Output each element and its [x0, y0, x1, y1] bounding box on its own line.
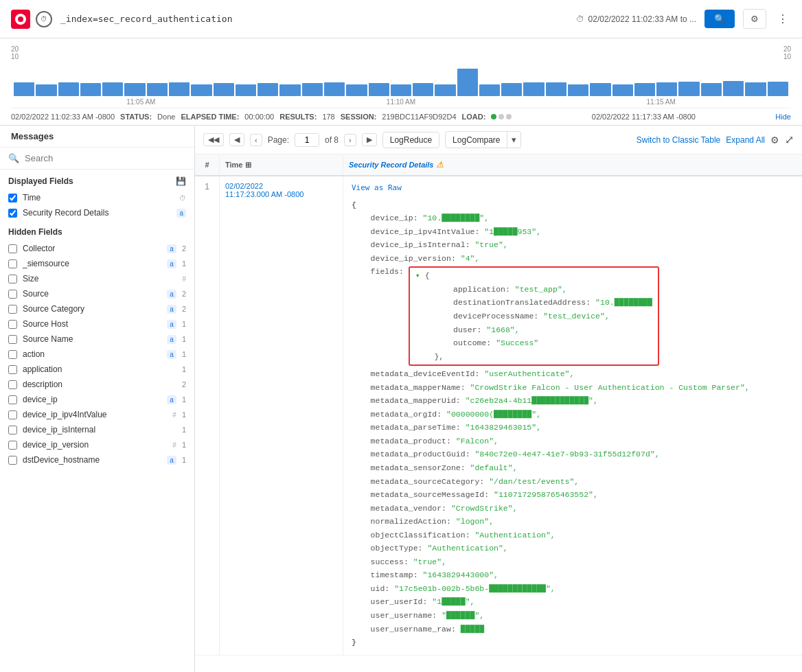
key-device-process-name: deviceProcessName:: [415, 312, 543, 321]
page-number-input[interactable]: [295, 133, 319, 147]
col-time-label: Time: [225, 161, 242, 169]
field-action-badge: a: [167, 350, 176, 359]
field-device-ip-checkbox[interactable]: [8, 395, 17, 404]
time-label-1: 11:05 AM: [126, 98, 155, 106]
sumo-secondary-icon: ⏱: [36, 11, 52, 27]
status-start-time: 02/02/2022 11:02:33 AM -0800: [11, 113, 115, 121]
field-source-host-label: Source Host: [23, 319, 161, 329]
val-dst-translated: "10.████████: [595, 298, 652, 307]
field-source: Source a 2: [0, 286, 194, 301]
val-normalized-action: "logon",: [456, 517, 494, 526]
field-collector-badge: a: [167, 244, 176, 253]
left-panel: Messages 🔍 Displayed Fields 💾 Time ⏱ Sec…: [0, 126, 195, 672]
val-username: "██████",: [442, 611, 484, 620]
field-collector-checkbox[interactable]: [8, 244, 17, 253]
val-metadata-sensor-zone: "default",: [470, 463, 518, 472]
field-siemsource-badge: a: [167, 259, 176, 268]
val-device-process-name: "test_device",: [543, 312, 610, 321]
row-details: View as Raw { device_ip: "10.████████", …: [343, 176, 802, 655]
field-size-label: Size: [23, 274, 176, 283]
view-raw-link[interactable]: View as Raw: [352, 182, 794, 194]
field-description-checkbox[interactable]: [8, 380, 17, 389]
field-device-ip-ipv4: device_ip_ipv4IntValue # 1: [0, 407, 194, 422]
table-settings-icon[interactable]: ⚙: [770, 135, 779, 146]
field-source-checkbox[interactable]: [8, 290, 17, 299]
page-prev-button[interactable]: ‹: [250, 134, 262, 146]
field-device-ip-count: 1: [182, 395, 186, 404]
field-device-ip-ipv4-checkbox[interactable]: [8, 410, 17, 419]
save-fields-icon[interactable]: 💾: [176, 176, 186, 186]
field-action-checkbox[interactable]: [8, 350, 17, 359]
field-source-name-checkbox[interactable]: [8, 335, 17, 344]
val-metadata-event-id: "userAuthenticate",: [484, 369, 574, 378]
field-device-ip: device_ip a 1: [0, 392, 194, 407]
field-source-category-checkbox[interactable]: [8, 305, 17, 314]
val-metadata-mapper-uid: "c26eb2a4-4b11████████████",: [466, 396, 598, 405]
col-num-header: #: [195, 155, 220, 174]
field-source-host-checkbox[interactable]: [8, 320, 17, 329]
field-collector-label: Collector: [23, 244, 161, 253]
top-bar: ⏱ _index=sec_record_authentication ⏱ 02/…: [0, 0, 802, 38]
log-compare-button[interactable]: LogCompare: [445, 131, 507, 148]
switch-classic-link[interactable]: Switch to Classic Table: [637, 135, 721, 145]
query-display[interactable]: _index=sec_record_authentication: [60, 14, 568, 24]
key-object-classification: objectClassification:: [352, 531, 474, 540]
table-row: 1 02/02/2022 11:17:23.000 AM -0800 View …: [195, 176, 802, 656]
val-username-raw: █████: [461, 625, 485, 634]
field-time-checkbox[interactable]: [8, 194, 17, 202]
status-label: STATUS:: [120, 113, 152, 121]
field-time: Time ⏱: [0, 190, 194, 205]
field-siemsource-checkbox[interactable]: [8, 259, 17, 268]
log-reduce-button[interactable]: LogReduce: [382, 132, 439, 148]
messages-tab[interactable]: Messages: [0, 126, 194, 148]
expand-all-link[interactable]: Expand All: [726, 135, 765, 145]
search-button[interactable]: 🔍: [704, 10, 735, 28]
key-duser: duser:: [415, 325, 487, 334]
field-device-ip-internal-checkbox[interactable]: [8, 426, 17, 435]
app-logo: ⏱: [11, 10, 52, 29]
key-metadata-vendor: metadata_vendor:: [352, 504, 451, 513]
expand-icon[interactable]: ⤢: [785, 133, 794, 146]
field-action: action a 1: [0, 347, 194, 362]
field-application-count: 1: [182, 365, 186, 373]
key-success: success:: [352, 557, 413, 566]
page-next2-button[interactable]: ▶: [362, 133, 377, 146]
table-header: # Time ⊞ Security Record Details ⚠: [195, 154, 802, 176]
field-device-ip-version-checkbox[interactable]: [8, 441, 17, 450]
val-user-id: "1█████",: [432, 597, 474, 606]
page-prev2-button[interactable]: ◀: [229, 133, 244, 146]
key-user-id: user_userId:: [352, 597, 432, 606]
val-duser: "1668",: [486, 325, 519, 334]
field-device-ip-internal-count: 1: [182, 426, 186, 434]
chart-area: 20 10 20 10: [0, 38, 802, 126]
field-action-label: action: [23, 349, 161, 359]
field-device-ip-ipv4-label: device_ip_ipv4IntValue: [23, 410, 167, 419]
field-dst-device-hostname-checkbox[interactable]: [8, 456, 17, 465]
more-options-button[interactable]: ⋮: [775, 10, 791, 28]
field-security-record-checkbox[interactable]: [8, 209, 17, 218]
val-device-ip-version: "4",: [461, 254, 480, 263]
val-device-ip-internal: "true",: [474, 240, 507, 249]
key-metadata-mapper-name: metadata_mapperName:: [352, 383, 470, 392]
field-size-checkbox[interactable]: [8, 275, 17, 283]
field-source-name-label: Source Name: [23, 334, 161, 344]
log-compare-dropdown[interactable]: ▾: [507, 131, 521, 148]
key-timestamp: timestamp:: [352, 570, 423, 579]
field-device-ip-version-count: 1: [182, 441, 186, 449]
key-normalized-action: normalizedAction:: [352, 517, 456, 526]
field-source-count: 2: [182, 290, 186, 298]
row-date: 02/02/2022: [225, 182, 337, 190]
settings-button[interactable]: ⚙: [743, 9, 766, 29]
chart-y-left-top: 20 10: [11, 45, 19, 60]
field-device-ip-version-label: device_ip_version: [23, 440, 167, 450]
chart-y-right-top: 20 10: [783, 45, 791, 60]
page-of: of 8: [325, 135, 339, 145]
page-first-button[interactable]: ◀◀: [203, 133, 224, 146]
search-input[interactable]: [25, 153, 186, 163]
field-device-ip-label: device_ip: [23, 395, 161, 404]
key-device-ip: device_ip:: [352, 213, 423, 222]
hide-link[interactable]: Hide: [775, 113, 791, 121]
field-application-checkbox[interactable]: [8, 365, 17, 374]
page-next-button[interactable]: ›: [344, 134, 356, 146]
results-toolbar: ◀◀ ◀ ‹ Page: of 8 › ▶ LogReduce LogCompa…: [195, 126, 802, 154]
